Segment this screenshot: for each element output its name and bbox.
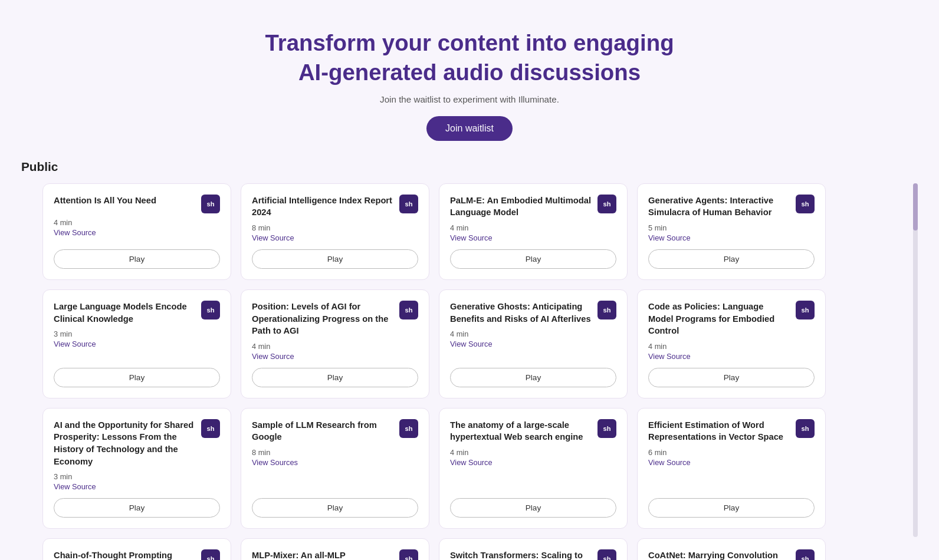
card-title: Code as Policies: Language Model Program… (648, 301, 791, 337)
avatar: sh (201, 195, 220, 213)
play-button[interactable]: Play (648, 368, 815, 387)
view-source-link[interactable]: View Source (54, 228, 220, 237)
card-c10: Sample of LLM Research from Google sh 8 … (241, 408, 429, 529)
view-source-link[interactable]: View Source (648, 233, 815, 242)
view-source-link[interactable]: View Source (648, 352, 815, 361)
view-source-link[interactable]: View Source (252, 352, 418, 361)
card-title: Switch Transformers: Scaling to Trillion… (450, 549, 593, 560)
card-title: CoAtNet: Marrying Convolution and Attent… (648, 549, 791, 560)
card-title: Generative Ghosts: Anticipating Benefits… (450, 301, 593, 325)
card-duration: 3 min (54, 330, 220, 338)
card-title: PaLM-E: An Embodied Multimodal Language … (450, 195, 593, 219)
play-button[interactable]: Play (450, 249, 616, 269)
card-title: Generative Agents: Interactive Simulacra… (648, 195, 791, 219)
card-header: Chain-of-Thought Prompting Elicits Reaso… (54, 549, 220, 560)
card-title: Sample of LLM Research from Google (252, 419, 395, 443)
public-section-title: Public (21, 160, 918, 174)
card-duration: 3 min (54, 472, 220, 481)
card-duration: 8 min (252, 448, 418, 457)
avatar: sh (597, 419, 616, 438)
card-c12: Efficient Estimation of Word Representat… (637, 408, 826, 529)
avatar: sh (399, 419, 418, 438)
card-duration: 4 min (54, 218, 220, 227)
avatar: sh (796, 195, 815, 213)
avatar: sh (201, 549, 220, 560)
card-c14: MLP-Mixer: An all-MLP Architecture for V… (241, 538, 429, 560)
play-button[interactable]: Play (450, 498, 616, 518)
card-c1: Attention Is All You Need sh 4 min View … (42, 183, 231, 280)
avatar: sh (399, 195, 418, 213)
card-header: MLP-Mixer: An all-MLP Architecture for V… (252, 549, 418, 560)
hero-section: Transform your content into engaging AI-… (0, 0, 939, 160)
card-title: Position: Levels of AGI for Operationali… (252, 301, 395, 337)
card-c5: Large Language Models Encode Clinical Kn… (42, 289, 231, 398)
view-source-link[interactable]: View Source (648, 458, 815, 467)
join-waitlist-button[interactable]: Join waitlist (426, 116, 513, 141)
view-source-link[interactable]: View Source (450, 458, 616, 467)
card-title: Attention Is All You Need (54, 195, 196, 207)
cards-grid: Attention Is All You Need sh 4 min View … (21, 183, 847, 560)
card-header: Generative Agents: Interactive Simulacra… (648, 195, 815, 219)
view-source-link[interactable]: View Source (450, 340, 616, 348)
play-button[interactable]: Play (252, 368, 418, 387)
card-title: Chain-of-Thought Prompting Elicits Reaso… (54, 549, 196, 560)
card-c8: Code as Policies: Language Model Program… (637, 289, 826, 398)
card-duration: 4 min (252, 342, 418, 351)
play-button[interactable]: Play (252, 249, 418, 269)
card-header: CoAtNet: Marrying Convolution and Attent… (648, 549, 815, 560)
card-duration: 8 min (252, 223, 418, 232)
avatar: sh (796, 301, 815, 319)
card-duration: 6 min (648, 448, 815, 457)
card-title: Efficient Estimation of Word Representat… (648, 419, 791, 443)
card-c13: Chain-of-Thought Prompting Elicits Reaso… (42, 538, 231, 560)
hero-title: Transform your content into engaging AI-… (12, 28, 927, 87)
avatar: sh (399, 549, 418, 560)
hero-subtitle: Join the waitlist to experiment with Ill… (12, 94, 927, 104)
play-button[interactable]: Play (54, 249, 220, 269)
card-title: The anatomy of a large-scale hypertextua… (450, 419, 593, 443)
card-header: Large Language Models Encode Clinical Kn… (54, 301, 220, 325)
view-source-link[interactable]: View Source (450, 233, 616, 242)
play-button[interactable]: Play (54, 368, 220, 387)
scrollbar-thumb[interactable] (913, 183, 918, 230)
card-c2: Artificial Intelligence Index Report 202… (241, 183, 429, 280)
card-header: Sample of LLM Research from Google sh (252, 419, 418, 443)
card-title: MLP-Mixer: An all-MLP Architecture for V… (252, 549, 395, 560)
card-title: Artificial Intelligence Index Report 202… (252, 195, 395, 219)
play-button[interactable]: Play (252, 498, 418, 518)
play-button[interactable]: Play (450, 368, 616, 387)
card-c9: AI and the Opportunity for Shared Prospe… (42, 408, 231, 529)
view-source-link[interactable]: View Source (54, 482, 220, 491)
card-title: Large Language Models Encode Clinical Kn… (54, 301, 196, 325)
play-button[interactable]: Play (648, 249, 815, 269)
card-header: Artificial Intelligence Index Report 202… (252, 195, 418, 219)
avatar: sh (597, 301, 616, 319)
avatar: sh (399, 301, 418, 319)
card-duration: 4 min (648, 342, 815, 351)
card-duration: 4 min (450, 330, 616, 338)
scrollbar[interactable] (913, 183, 918, 537)
play-button[interactable]: Play (648, 498, 815, 518)
view-source-link[interactable]: View Source (252, 233, 418, 242)
card-c11: The anatomy of a large-scale hypertextua… (439, 408, 628, 529)
card-header: Position: Levels of AGI for Operationali… (252, 301, 418, 337)
avatar: sh (796, 419, 815, 438)
card-header: Attention Is All You Need sh (54, 195, 220, 213)
card-header: PaLM-E: An Embodied Multimodal Language … (450, 195, 616, 219)
card-c6: Position: Levels of AGI for Operationali… (241, 289, 429, 398)
card-title: AI and the Opportunity for Shared Prospe… (54, 419, 196, 467)
play-button[interactable]: Play (54, 498, 220, 518)
card-c7: Generative Ghosts: Anticipating Benefits… (439, 289, 628, 398)
card-header: Efficient Estimation of Word Representat… (648, 419, 815, 443)
view-source-link[interactable]: View Source (54, 340, 220, 348)
card-duration: 4 min (450, 223, 616, 232)
view-source-link[interactable]: View Sources (252, 458, 418, 467)
card-header: Switch Transformers: Scaling to Trillion… (450, 549, 616, 560)
card-c4: Generative Agents: Interactive Simulacra… (637, 183, 826, 280)
avatar: sh (201, 301, 220, 319)
avatar: sh (597, 195, 616, 213)
card-c3: PaLM-E: An Embodied Multimodal Language … (439, 183, 628, 280)
card-c15: Switch Transformers: Scaling to Trillion… (439, 538, 628, 560)
avatar: sh (201, 419, 220, 438)
cards-wrapper: Attention Is All You Need sh 4 min View … (21, 183, 906, 560)
